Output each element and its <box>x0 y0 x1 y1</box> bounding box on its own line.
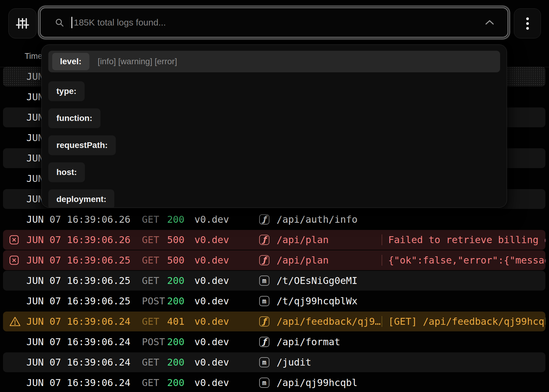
middleware-badge-icon: m <box>259 276 269 286</box>
log-timestamp: JUN 07 16:39:06.26 <box>26 214 130 225</box>
http-method: GET <box>142 316 159 327</box>
middleware-badge-icon: m <box>259 357 269 367</box>
log-row[interactable]: JUN 07 16:39:06.24 POST 200 v0.dev ƒ /ap… <box>3 332 545 352</box>
http-status: 200 <box>167 295 184 307</box>
filter-toggle-button[interactable] <box>8 8 37 38</box>
time-column-header: Time <box>25 51 42 61</box>
http-status: 200 <box>167 357 184 368</box>
message-divider <box>382 234 382 245</box>
request-path: /api/plan <box>277 255 328 266</box>
message-divider <box>382 255 382 266</box>
more-options-button[interactable] <box>514 8 541 38</box>
log-row[interactable]: JUN 07 16:39:06.25 POST 200 v0.dev m /t/… <box>3 291 545 311</box>
kebab-menu-icon <box>526 17 529 30</box>
function-badge-icon: ƒ <box>259 255 269 265</box>
http-method: GET <box>142 214 159 225</box>
log-host: v0.dev <box>194 275 229 286</box>
log-message: [GET] /api/feedback/qj99hcqb <box>388 316 545 327</box>
log-timestamp: JUN 07 16:39:06.24 <box>26 377 130 388</box>
filter-menu-item-function[interactable]: function: <box>48 108 100 128</box>
logs-toolbar <box>0 0 549 42</box>
filter-hint-text: [info] [warning] [error] <box>98 57 177 66</box>
log-host: v0.dev <box>194 336 229 348</box>
filter-suggestions-menu: level: [info] [warning] [error] type: fu… <box>41 44 507 208</box>
log-host: v0.dev <box>194 377 229 388</box>
collapse-suggestions-button[interactable] <box>481 8 499 37</box>
message-divider <box>382 316 382 327</box>
log-row[interactable]: JUN 07 16:39:06.26 GET 500 v0.dev ƒ /api… <box>3 230 545 250</box>
log-message: {"ok":false,"error":{"message <box>388 255 545 266</box>
chevron-up-icon <box>484 20 495 26</box>
log-host: v0.dev <box>194 214 229 225</box>
log-row[interactable]: JUN 07 16:39:06.24 GET 200 v0.dev m /jud… <box>3 352 545 372</box>
error-icon <box>9 234 21 246</box>
http-status: 200 <box>167 377 184 388</box>
middleware-badge-icon: m <box>259 378 269 388</box>
http-method: GET <box>142 255 159 266</box>
middleware-badge-icon: m <box>259 296 269 306</box>
filter-menu-item-type[interactable]: type: <box>48 81 85 101</box>
function-badge-icon: ƒ <box>259 235 269 245</box>
request-path: /t/OEsNiGg0eMI <box>277 275 358 286</box>
function-badge-icon: ƒ <box>259 214 269 225</box>
log-row[interactable]: JUN 07 16:39:06.25 GET 500 v0.dev ƒ /api… <box>3 250 545 270</box>
log-row[interactable]: JUN 07 16:39:06.24 GET 401 v0.dev ƒ /api… <box>3 312 545 331</box>
filter-menu-item-host[interactable]: host: <box>48 162 85 182</box>
log-timestamp: JUN 07 16:39:06.24 <box>26 336 130 348</box>
http-status: 500 <box>167 234 184 246</box>
text-cursor <box>71 17 72 28</box>
log-timestamp: JUN 07 16:39:06.26 <box>26 234 130 246</box>
http-method: GET <box>142 275 159 286</box>
request-path: /api/auth/info <box>277 214 358 225</box>
log-timestamp: JUN 07 16:39:06.25 <box>26 295 130 307</box>
search-input[interactable] <box>74 8 476 37</box>
http-method: GET <box>142 377 159 388</box>
sliders-icon <box>16 17 29 30</box>
http-status: 200 <box>167 275 184 286</box>
log-timestamp: JUN 07 16:39:06.25 <box>26 255 130 266</box>
request-path: /judit <box>277 357 311 368</box>
log-host: v0.dev <box>194 295 229 307</box>
log-host: v0.dev <box>194 316 229 327</box>
http-status: 500 <box>167 255 184 266</box>
request-path: /t/qj99hcqblWx <box>277 295 358 307</box>
http-method: GET <box>142 357 159 368</box>
log-row[interactable]: JUN 07 16:39:06.26 GET 200 v0.dev ƒ /api… <box>3 210 545 229</box>
error-icon <box>9 254 21 266</box>
log-timestamp: JUN 07 16:39:06.24 <box>26 357 130 368</box>
log-timestamp: JUN 07 16:39:06.24 <box>26 316 130 327</box>
http-method: POST <box>142 295 165 307</box>
http-method: POST <box>142 336 165 348</box>
function-badge-icon: ƒ <box>259 316 269 327</box>
log-search-bar[interactable] <box>40 8 508 38</box>
http-status: 200 <box>167 214 184 225</box>
log-timestamp: JUN 07 16:39:06.25 <box>26 275 130 286</box>
filter-menu-item-requestpath[interactable]: requestPath: <box>48 135 116 155</box>
request-path: /api/plan <box>277 234 328 246</box>
http-status: 200 <box>167 336 184 348</box>
log-host: v0.dev <box>194 357 229 368</box>
log-row[interactable]: JUN 07 16:39:06.25 GET 200 v0.dev m /t/O… <box>3 271 545 291</box>
filter-menu-item-deployment[interactable]: deployment: <box>48 189 114 208</box>
http-status: 401 <box>167 316 184 327</box>
request-path: /api/feedback/qj9… <box>277 316 381 327</box>
warning-icon <box>9 315 21 327</box>
function-badge-icon: ƒ <box>259 337 269 347</box>
http-method: GET <box>142 234 159 246</box>
request-path: /api/qj99hcqbl <box>277 377 358 388</box>
filter-key-pill[interactable]: level: <box>52 53 89 70</box>
request-path: /api/format <box>277 336 340 348</box>
log-row[interactable]: JUN 07 16:39:06.24 GET 200 v0.dev m /api… <box>3 373 545 392</box>
filter-menu-item-level[interactable]: level: [info] [warning] [error] <box>48 51 500 72</box>
log-host: v0.dev <box>194 255 229 266</box>
search-icon <box>55 18 64 27</box>
log-message: Failed to retrieve billing da <box>388 234 545 246</box>
log-host: v0.dev <box>194 234 229 246</box>
